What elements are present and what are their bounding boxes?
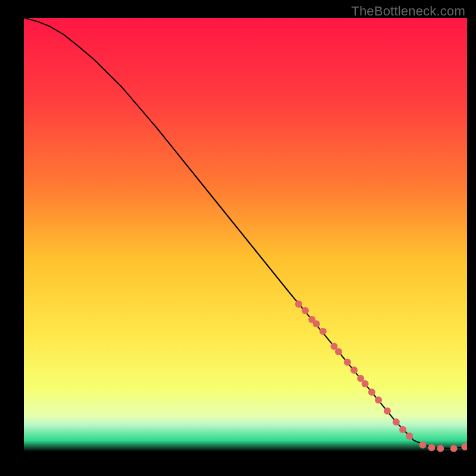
highlight-point — [295, 300, 302, 308]
highlight-point — [320, 328, 327, 335]
highlight-point — [450, 445, 458, 452]
highlight-point — [335, 348, 342, 355]
highlight-point — [406, 433, 413, 440]
highlight-point — [344, 359, 351, 366]
chart-svg — [24, 18, 467, 458]
highlight-point — [350, 367, 358, 374]
highlight-point — [302, 307, 309, 314]
highlight-point — [368, 389, 375, 396]
highlight-point — [428, 444, 435, 451]
highlight-point — [399, 426, 406, 433]
highlight-point — [375, 396, 382, 403]
highlight-point — [313, 320, 320, 327]
highlight-point — [393, 418, 400, 425]
highlight-point — [384, 408, 391, 415]
highlight-point — [362, 380, 369, 387]
chart-frame: TheBottleneck.com — [0, 0, 476, 476]
highlight-point — [437, 445, 444, 452]
watermark-text: TheBottleneck.com — [351, 4, 465, 19]
chart-plot — [24, 18, 467, 458]
highlight-point — [419, 441, 427, 449]
